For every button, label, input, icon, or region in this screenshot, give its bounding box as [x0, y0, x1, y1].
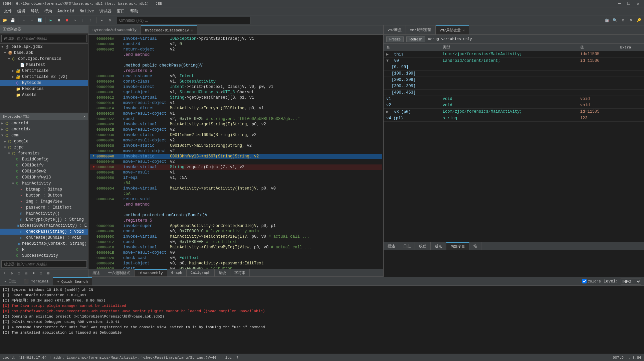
tab-describe[interactable]: 描述 — [88, 269, 104, 276]
bt-androidx[interactable]: ▶ ⬡ androidx — [0, 126, 88, 132]
bt-com[interactable]: ▼ ⬡ com — [0, 132, 88, 138]
minimize-button[interactable]: — — [616, 1, 623, 6]
tab-close-icon[interactable]: ✕ — [191, 28, 193, 32]
tab-strings[interactable]: 字符串 — [230, 269, 250, 276]
menu-item-调试器[interactable]: 调试器 — [97, 8, 114, 15]
tab-locals-r[interactable]: 局部变量 — [446, 242, 469, 250]
toolbar-android-btn[interactable]: 🤖 — [603, 17, 611, 24]
tab-callgraph[interactable]: Callgraph — [187, 269, 215, 276]
toolbar-refresh-btn[interactable]: 🔄 — [36, 17, 43, 24]
menu-item-行为[interactable]: 行为 — [41, 8, 55, 15]
lb-btn-5[interactable]: ● — [31, 270, 37, 276]
bt-field-bitmap[interactable]: ▪ bitmap : Bitmap — [0, 187, 88, 193]
tab-disassembly[interactable]: Disassembly — [135, 269, 167, 276]
close-button[interactable]: ✕ — [635, 1, 641, 6]
tab-vm-locals-2[interactable]: VM/局部变量 ✕ — [436, 25, 469, 34]
tab-disasm-2[interactable]: Bytecode/Disassembly ✕ — [141, 25, 197, 34]
toolbar-extra-btn2[interactable]: ⚙ — [106, 17, 114, 24]
code-area[interactable]: 0000008A invoke-virtual IOException->pri… — [88, 35, 383, 269]
lb-btn-4[interactable]: ☑ — [23, 270, 29, 276]
menu-item-帮助[interactable]: 帮助 — [128, 8, 141, 15]
var-row-v3[interactable]: ▶ v3 (p0) Lcom/zjpc/forensics/MainActivi… — [384, 109, 644, 115]
toolbar-step-in-btn[interactable]: ↓ — [79, 17, 86, 24]
menu-item-Native[interactable]: Native — [77, 8, 96, 14]
colors-checkbox[interactable] — [582, 279, 587, 283]
toolbar-extra-btn1[interactable]: ✦ — [98, 17, 105, 24]
menu-item-编辑[interactable]: 编辑 — [15, 8, 28, 15]
lb-btn-3[interactable]: ☑ — [16, 270, 22, 276]
var-row-v4[interactable]: v4 (p1) string 123 — [384, 115, 644, 122]
omnibox-input[interactable] — [117, 17, 250, 24]
explorer-filter-input[interactable] — [1, 35, 87, 42]
bt-r[interactable]: C R — [0, 247, 88, 253]
toolbar-flag-btn[interactable]: ⚑ — [627, 17, 635, 24]
bt-method-access[interactable]: m access$000(MainActivity) : E — [0, 223, 88, 229]
tab-vm-locals-1[interactable]: VM/局部变量 — [406, 25, 436, 34]
bt-c0013[interactable]: C C0013hhfwyl3 — [0, 174, 88, 180]
tab-log-r[interactable]: 日志 — [399, 242, 415, 250]
tab-graph[interactable]: Graph — [167, 269, 187, 276]
toolbar-debug-pause-btn[interactable]: ⏸ — [55, 17, 62, 24]
bt-mainactivity[interactable]: ▼ C MainActivity — [0, 180, 88, 187]
bt-zjpc[interactable]: ▼ ⬡ zjpc — [0, 144, 88, 150]
tab-terminal[interactable]: ⬛ Terminal — [20, 277, 53, 285]
toolbar-debug-stop-btn[interactable]: ⏹ — [63, 17, 70, 24]
lb-btn-1[interactable]: ⌖ — [1, 270, 7, 276]
toolbar-debug-start-btn[interactable]: ▶ — [47, 17, 54, 24]
bt-android[interactable]: ▶ ⬡ android — [0, 120, 88, 126]
toolbar-forward-btn[interactable]: ➡ — [28, 17, 35, 24]
left-bottom-filter-input[interactable] — [1, 260, 87, 268]
tab-log-console[interactable]: ▪ 日志 — [0, 277, 20, 285]
maximize-button[interactable]: □ — [625, 1, 632, 6]
var-row-v2[interactable]: v2 void void — [384, 102, 644, 109]
tree-item-pkg[interactable]: ▼ ⬡ com.zjpc.forensics — [0, 56, 88, 62]
tree-item-cert[interactable]: ▶ 🔐 Certificate — [0, 68, 88, 74]
bt-google[interactable]: ▶ ⬡ google — [0, 138, 88, 144]
bt-successactivity[interactable]: C SuccessActivity — [0, 253, 88, 259]
toolbar-settings-btn[interactable]: ⚙ — [619, 17, 627, 24]
tab-heap-r[interactable]: 堆 — [469, 242, 481, 250]
bt-field-button[interactable]: ▪ button : Button — [0, 193, 88, 199]
var-row-v0[interactable]: ▼ v0 Landroid/content/Intent; id=11506 — [384, 58, 644, 64]
bt-method-oncreate[interactable]: m onCreate(Bundle) : void — [0, 235, 88, 241]
toolbar-open-btn[interactable]: 📂 — [1, 17, 9, 24]
tree-item-apk[interactable]: ▼ 📦 base.apk — [0, 50, 88, 56]
tab-close-right-icon[interactable]: ✕ — [463, 28, 465, 32]
tab-vm-breakpoints[interactable]: VM/断点 — [384, 25, 406, 34]
var-row-v0-400[interactable]: [400..453] — [384, 90, 644, 96]
lb-btn-7[interactable]: ⊞ — [45, 270, 51, 276]
toolbar-key-btn[interactable]: 🔑 — [635, 17, 643, 24]
tree-item-manifest[interactable]: 📄 Manifest — [0, 62, 88, 68]
var-row-v1[interactable]: v1 void void — [384, 96, 644, 102]
tab-quicksearch[interactable]: ✦ Quick Search — [53, 277, 92, 285]
menu-item-导航[interactable]: 导航 — [28, 8, 41, 15]
tree-item-root[interactable]: ▼ 🗄 base.apk.jdb2 — [0, 44, 88, 50]
tab-hex[interactable]: 十六进制格式 — [104, 269, 135, 276]
bt-field-password[interactable]: ▪ password : EditText — [0, 205, 88, 211]
menu-item-文件[interactable]: 文件 — [1, 8, 15, 15]
bt-c0010[interactable]: C C0010otfv — [0, 162, 88, 168]
tree-item-bytecode[interactable]: ⬡ Bytecode — [0, 80, 88, 86]
bt-method-main[interactable]: m MainActivity() — [0, 211, 88, 217]
menu-item-窗口[interactable]: 窗口 — [114, 8, 128, 15]
refresh-button[interactable]: Refresh — [406, 36, 425, 42]
tab-bp-r[interactable]: 断点 — [431, 242, 446, 250]
tree-item-cert2[interactable]: ▶ 🔐 Certificate #2 (v2) — [0, 74, 88, 80]
tab-hierarchy[interactable]: 层级 — [215, 269, 230, 276]
bt-forensics[interactable]: ▼ ⬡ forensics — [0, 150, 88, 156]
var-row-this[interactable]: ▶ this Lcom/zjpc/forensics/MainActivity;… — [384, 51, 644, 58]
menu-item-Android[interactable]: Android — [55, 8, 77, 14]
bt-buildconfig[interactable]: C BuildConfig — [0, 156, 88, 162]
bt-c0011[interactable]: C C0011m5nw2 — [0, 168, 88, 174]
bt-field-img[interactable]: ▪ img : ImageView — [0, 199, 88, 205]
bt-method-checkpass[interactable]: m checkPass(String) : void — [0, 229, 88, 235]
tree-item-assets[interactable]: 📁 Assets — [0, 92, 88, 98]
bt-method-readbitmap[interactable]: m readBitmap(Context, String) — [0, 241, 88, 247]
tab-thread-r[interactable]: 线程 — [415, 242, 431, 250]
var-row-v0-100[interactable]: [100..199] — [384, 71, 644, 77]
level-select[interactable]: INFO DEBUG WARN ERROR — [621, 278, 641, 285]
tree-item-resources[interactable]: 📁 Resources — [0, 86, 88, 92]
bytecode-close-icon[interactable]: ✕ — [83, 114, 85, 119]
toolbar-back-btn[interactable]: ⬅ — [20, 17, 27, 24]
toolbar-step-over-btn[interactable]: ↷ — [71, 17, 78, 24]
